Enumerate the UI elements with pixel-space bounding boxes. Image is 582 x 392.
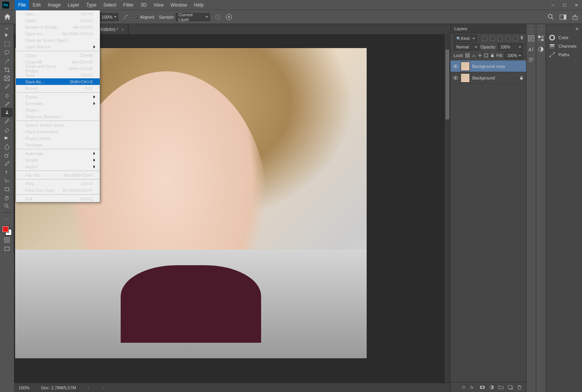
tool-frame[interactable] — [2, 74, 12, 83]
tool-lasso[interactable] — [2, 48, 12, 57]
file-menu-new-[interactable]: New...Ctrl+N — [16, 10, 100, 17]
status-arrow-icon[interactable]: › — [88, 385, 89, 390]
lock-transparent-icon[interactable] — [465, 53, 470, 58]
filter-adjustment-icon[interactable] — [490, 36, 495, 41]
mask-icon[interactable] — [480, 385, 485, 390]
tool-path[interactable] — [2, 176, 12, 185]
tool-dodge[interactable] — [2, 151, 12, 159]
maximize-button[interactable]: ☐ — [559, 0, 570, 10]
pressure-size-icon[interactable] — [225, 14, 232, 21]
aligned-checkbox[interactable] — [134, 15, 139, 19]
file-menu-browse-in-bridge-[interactable]: Browse in Bridge...Alt+Ctrl+O — [16, 24, 100, 30]
quick-mask-icon[interactable] — [2, 236, 12, 244]
file-menu-generate[interactable]: Generate — [16, 100, 100, 107]
layer-item[interactable]: Background copy — [450, 60, 526, 72]
menu-view[interactable]: View — [150, 0, 167, 10]
link-layers-icon[interactable] — [461, 385, 466, 390]
tool-brush[interactable] — [2, 100, 12, 108]
file-menu-import[interactable]: Import — [16, 163, 100, 170]
layer-thumbnail[interactable] — [461, 62, 470, 71]
new-layer-icon[interactable] — [508, 385, 513, 390]
file-menu-save-as-[interactable]: Save As...Shift+Ctrl+S — [16, 78, 100, 85]
menu-filter[interactable]: Filter — [120, 0, 137, 10]
lock-all-icon[interactable] — [490, 53, 495, 58]
doc-size[interactable]: Doc: 2,78M/5,57M — [41, 385, 76, 390]
layer-filter-kind[interactable]: 🔍 Kind — [454, 35, 477, 42]
visibility-icon[interactable] — [453, 75, 458, 81]
tool-stamp[interactable] — [2, 108, 12, 117]
tool-rectangle[interactable] — [2, 185, 12, 193]
tool-crop[interactable] — [2, 66, 12, 74]
home-icon[interactable] — [3, 13, 12, 21]
group-icon[interactable] — [498, 385, 504, 390]
tool-wand[interactable] — [2, 57, 12, 66]
menu-window[interactable]: Window — [167, 0, 191, 10]
layers-panel-tab[interactable]: Layers ≡ — [450, 24, 526, 33]
airbrush-icon[interactable] — [123, 14, 129, 20]
tool-eyedropper[interactable] — [2, 83, 12, 91]
ignore-adjustment-icon[interactable] — [215, 14, 221, 20]
file-menu-file-info-[interactable]: File Info...Alt+Shift+Ctrl+I — [16, 172, 100, 178]
filter-type-icon[interactable] — [497, 36, 503, 41]
file-menu-open-as-smart-object-[interactable]: Open as Smart Object... — [16, 37, 100, 43]
tool-healing[interactable] — [2, 91, 12, 100]
file-menu-close[interactable]: CloseCtrl+W — [16, 52, 100, 59]
lock-image-icon[interactable] — [471, 53, 476, 58]
collapse-toolbar-icon[interactable]: ›› — [2, 26, 12, 31]
minimize-button[interactable]: ─ — [547, 0, 559, 10]
tool-blur[interactable] — [2, 142, 12, 151]
file-menu-close-and-go-to-bridge-[interactable]: Close and Go to Bridge...Shift+Ctrl+W — [16, 65, 100, 72]
file-menu-automate[interactable]: Automate — [16, 150, 100, 157]
close-button[interactable]: ✕ — [570, 0, 582, 10]
layer-name[interactable]: Background copy — [472, 64, 505, 69]
file-menu-search-adobe-stock-[interactable]: Search Adobe Stock... — [16, 122, 100, 128]
color-panel-tab[interactable]: Color — [549, 33, 579, 42]
swatches-icon[interactable] — [537, 35, 544, 42]
character-icon[interactable]: A — [528, 46, 535, 53]
tool-zoom[interactable] — [2, 202, 12, 211]
layer-thumbnail[interactable] — [461, 73, 470, 83]
menu-file[interactable]: File — [15, 0, 29, 10]
menu-help[interactable]: Help — [191, 0, 207, 10]
file-menu-open-as-[interactable]: Open As...Alt+Shift+Ctrl+O — [16, 30, 100, 37]
layer-item[interactable]: Background — [450, 72, 526, 84]
close-tab-icon[interactable]: × — [121, 27, 124, 32]
filter-smart-icon[interactable] — [513, 36, 518, 41]
zoom-level[interactable]: 100% — [19, 385, 29, 390]
workspace-icon[interactable] — [559, 14, 566, 20]
lock-position-icon[interactable] — [478, 53, 482, 58]
foreground-color-swatch[interactable] — [2, 226, 9, 232]
tool-type[interactable]: T — [2, 168, 12, 176]
file-menu-open-[interactable]: Open...Ctrl+O — [16, 17, 100, 24]
tool-eraser[interactable] — [2, 125, 12, 134]
edit-toolbar-icon[interactable]: ⋯ — [2, 215, 12, 223]
delete-layer-icon[interactable] — [517, 385, 522, 390]
panel-menu-icon[interactable]: ≡ — [576, 26, 578, 31]
layer-name[interactable]: Background — [472, 76, 495, 80]
share-icon[interactable] — [572, 14, 578, 20]
menu-edit[interactable]: Edit — [29, 0, 44, 10]
search-icon[interactable] — [548, 14, 554, 20]
menu-3d[interactable]: 3D — [137, 0, 150, 10]
file-menu-save[interactable]: SaveCtrl+S — [16, 72, 100, 78]
file-menu-share-on-behance-[interactable]: Share on Behance... — [16, 113, 100, 120]
tool-marquee[interactable] — [2, 40, 12, 48]
tool-pen[interactable] — [2, 159, 12, 168]
file-menu-place-embedded-[interactable]: Place Embedded... — [16, 128, 100, 135]
lock-artboard-icon[interactable] — [484, 53, 488, 58]
filter-shape-icon[interactable] — [505, 36, 511, 41]
menu-image[interactable]: Image — [44, 0, 64, 10]
vertical-scrollbar[interactable] — [445, 34, 450, 383]
menu-type[interactable]: Type — [83, 0, 100, 10]
paths-panel-tab[interactable]: Paths — [549, 50, 579, 59]
file-menu-open-recent[interactable]: Open Recent — [16, 43, 100, 50]
filter-toggle-icon[interactable] — [521, 36, 523, 40]
layer-opacity-dropdown[interactable]: 100% — [498, 43, 523, 50]
menu-layer[interactable]: Layer — [64, 0, 83, 10]
tool-gradient[interactable] — [2, 134, 12, 142]
file-menu-place-linked-[interactable]: Place Linked... — [16, 135, 100, 142]
channels-panel-tab[interactable]: Channels — [549, 42, 579, 50]
file-menu-revert[interactable]: RevertF12 — [16, 85, 100, 92]
screen-mode-icon[interactable] — [2, 245, 12, 253]
layer-fill-dropdown[interactable]: 100% — [504, 52, 523, 59]
